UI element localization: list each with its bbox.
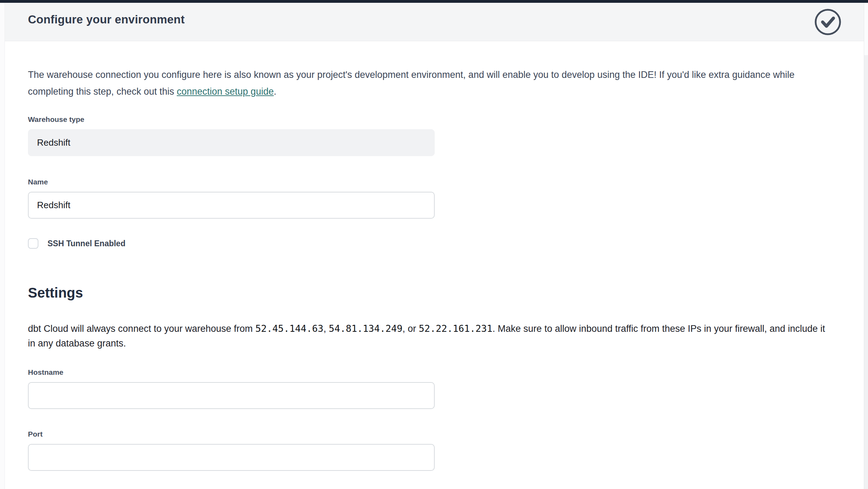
ssh-tunnel-label[interactable]: SSH Tunnel Enabled [47, 239, 125, 248]
intro-text-before: The warehouse connection you configure h… [28, 70, 795, 97]
ssh-tunnel-row: SSH Tunnel Enabled [28, 238, 841, 249]
environment-config-panel: Configure your environment The warehouse… [5, 3, 864, 489]
ip-allowlist-note: dbt Cloud will always connect to your wa… [28, 321, 834, 351]
panel-header: Configure your environment [5, 3, 864, 41]
ip-address-3: 52.22.161.231 [419, 323, 492, 334]
step-complete-check-icon [814, 8, 842, 36]
name-input[interactable] [28, 192, 435, 219]
warehouse-type-field: Redshift [28, 129, 435, 156]
hostname-input[interactable] [28, 382, 435, 409]
warehouse-type-value: Redshift [37, 137, 70, 148]
warehouse-type-label: Warehouse type [28, 115, 841, 124]
port-input[interactable] [28, 444, 435, 471]
top-accent-bar [0, 0, 868, 3]
scrollbar-thumb[interactable] [864, 3, 868, 55]
connection-setup-guide-link[interactable]: connection setup guide [177, 86, 274, 97]
intro-paragraph: The warehouse connection you configure h… [28, 66, 824, 100]
ip-address-2: 54.81.134.249 [329, 323, 402, 334]
hostname-label: Hostname [28, 367, 841, 377]
panel-body: The warehouse connection you configure h… [5, 66, 864, 471]
ip-address-1: 52.45.144.63 [255, 323, 323, 334]
name-label: Name [28, 177, 841, 187]
note-text-1: dbt Cloud will always connect to your wa… [28, 323, 255, 334]
port-label: Port [28, 429, 841, 439]
note-sep-2: , or [403, 323, 419, 334]
settings-heading: Settings [28, 285, 841, 300]
page-title: Configure your environment [28, 13, 185, 26]
intro-text-after: . [274, 86, 277, 97]
note-sep-1: , [323, 323, 329, 334]
ssh-tunnel-checkbox[interactable] [28, 238, 38, 249]
scrollbar-track[interactable] [864, 3, 868, 489]
page-left-margin [0, 3, 5, 489]
